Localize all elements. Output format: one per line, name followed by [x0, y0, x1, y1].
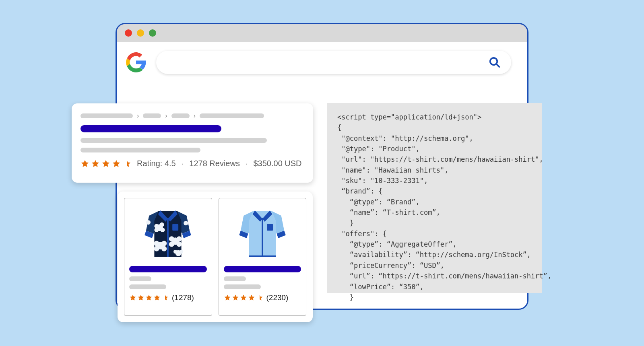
code-panel: <script type="application/ld+json"> { "@…	[327, 103, 542, 293]
chevron-right-icon: ›	[137, 112, 139, 119]
maximize-icon[interactable]	[149, 29, 156, 37]
search-result-card: › › › Rating: 4.5 · 1278 Reviews · $350.…	[72, 103, 313, 183]
breadcrumb: › › ›	[80, 112, 304, 119]
star-icon	[101, 159, 110, 168]
result-title-placeholder[interactable]	[80, 125, 221, 132]
star-icon	[232, 294, 239, 301]
svg-point-24	[490, 58, 497, 65]
star-icon	[91, 159, 100, 168]
result-meta: Rating: 4.5 · 1278 Reviews · $350.00 USD	[80, 159, 304, 168]
star-icon	[112, 159, 121, 168]
star-icon	[248, 294, 255, 301]
product-title-placeholder	[129, 266, 207, 272]
rating-label: Rating: 4.5	[137, 159, 176, 168]
titlebar	[117, 24, 527, 42]
product-card[interactable]: (1278)	[124, 198, 212, 316]
star-rating	[129, 294, 169, 301]
star-icon	[153, 294, 161, 301]
product-text-placeholder	[224, 284, 261, 289]
star-icon	[240, 294, 247, 301]
search-input[interactable]	[156, 51, 511, 74]
chevron-right-icon: ›	[194, 112, 196, 119]
product-card[interactable]: (2230)	[219, 198, 307, 316]
star-icon	[145, 294, 153, 301]
star-rating	[224, 294, 263, 301]
chevron-right-icon: ›	[165, 112, 167, 119]
product-text-placeholder	[129, 276, 151, 281]
star-icon	[224, 294, 231, 301]
google-logo-icon	[126, 52, 147, 73]
close-icon[interactable]	[125, 29, 132, 37]
star-icon	[137, 294, 144, 301]
star-half-icon	[122, 159, 131, 168]
product-title-placeholder	[224, 266, 301, 272]
separator: ·	[246, 159, 248, 168]
separator: ·	[182, 159, 184, 168]
price-label: $350.00 USD	[253, 159, 301, 168]
star-half-icon	[161, 294, 169, 301]
search-icon	[489, 56, 501, 68]
minimize-icon[interactable]	[137, 29, 144, 37]
star-rating	[80, 159, 131, 168]
code-content: <script type="application/ld+json"> { "@…	[337, 113, 551, 301]
product-image-hawaiian-light	[232, 204, 293, 261]
product-image-hawaiian-dark	[138, 204, 198, 261]
star-icon	[129, 294, 136, 301]
star-icon	[80, 159, 89, 168]
product-review-count: (2230)	[266, 293, 289, 302]
product-text-placeholder	[129, 284, 166, 289]
product-review-count: (1278)	[172, 293, 194, 302]
product-text-placeholder	[224, 276, 246, 281]
svg-line-25	[496, 64, 500, 68]
reviews-label: 1278 Reviews	[189, 159, 240, 168]
search-row	[117, 42, 527, 85]
star-half-icon	[256, 294, 263, 301]
products-panel: (1278) (2230)	[118, 192, 313, 322]
result-snippet-placeholder	[80, 138, 267, 143]
result-snippet-placeholder	[80, 148, 200, 152]
